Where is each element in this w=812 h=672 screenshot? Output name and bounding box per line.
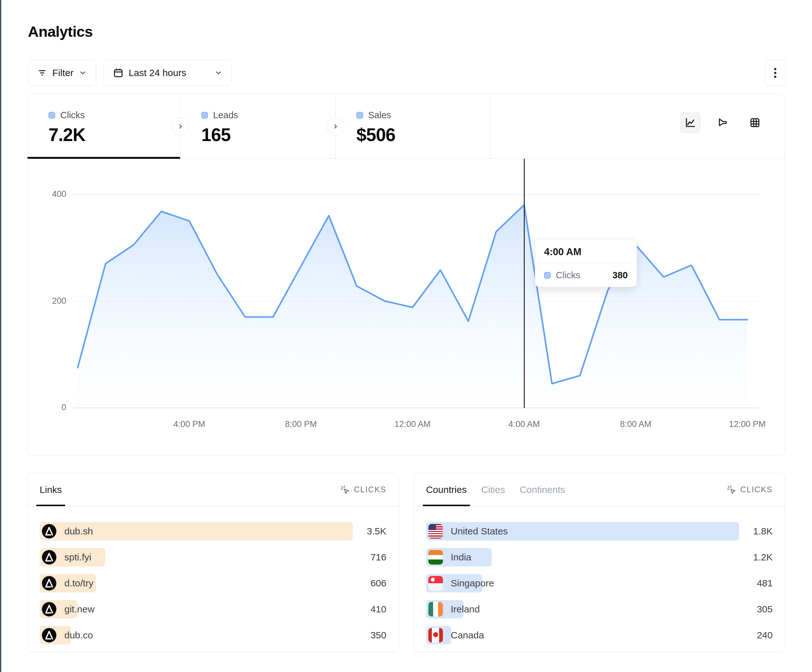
list-item[interactable]: d.to/try 606: [39, 574, 387, 592]
dub-logo-icon: [42, 602, 56, 617]
y-tick-label: 200: [27, 296, 66, 306]
sg-flag-icon: [428, 576, 443, 590]
y-tick-label: 0: [27, 403, 66, 413]
funnel-chart-icon: [716, 116, 729, 129]
calendar-icon: [113, 68, 124, 78]
list-item-label: United States: [451, 526, 508, 537]
countries-metric-label: CLICKS: [740, 485, 773, 494]
links-list: dub.sh 3.5K spti.fyi 716 d.to/try 606 gi…: [27, 506, 399, 645]
x-tick-label: 8:00 PM: [285, 420, 317, 429]
stat-label: Leads: [213, 110, 238, 121]
list-item[interactable]: Canada 240: [426, 626, 773, 645]
list-item[interactable]: Ireland 305: [426, 600, 773, 618]
sales-legend-swatch: [357, 112, 363, 119]
list-item-label: Canada: [451, 630, 484, 641]
list-item[interactable]: India 1.2K: [426, 548, 773, 566]
list-item-label: d.to/try: [64, 578, 94, 588]
dub-logo-icon: [42, 576, 56, 590]
x-tick-label: 4:00 AM: [508, 420, 540, 429]
stat-value: $506: [357, 124, 490, 145]
countries-panel-header: CountriesCitiesContinents CLICKS: [414, 473, 785, 506]
list-item[interactable]: dub.sh 3.5K: [39, 522, 387, 541]
tooltip-time: 4:00 AM: [535, 239, 637, 264]
ca-flag-icon: [428, 628, 443, 643]
links-panel: Links CLICKS dub.sh 3.5K spti.fyi 716 d.…: [27, 473, 399, 652]
cursor-click-icon: [340, 484, 350, 495]
expand-clicks-chevron-button[interactable]: ›: [172, 118, 189, 135]
table-grid-icon: [749, 116, 761, 129]
list-item-value: 1.8K: [744, 526, 773, 537]
x-tick-label: 12:00 PM: [729, 420, 766, 429]
tab-links[interactable]: Links: [39, 473, 62, 506]
tab-cities[interactable]: Cities: [481, 473, 505, 506]
filter-button-label: Filter: [52, 68, 73, 78]
funnel-view-button[interactable]: [713, 113, 733, 133]
page-title: Analytics: [28, 23, 92, 40]
more-menu-button[interactable]: [764, 60, 786, 86]
chevron-down-icon: [78, 69, 87, 77]
tab-sales[interactable]: Sales $506: [336, 94, 491, 159]
area-series: [73, 159, 761, 408]
list-item-label: git.new: [64, 604, 94, 615]
line-chart-view-button[interactable]: [680, 113, 700, 133]
y-tick-label: 400: [27, 189, 66, 199]
analytics-chart-card: Clicks 7.2K Leads 165 Sales $506 › ›: [27, 94, 785, 455]
clicks-timeseries-chart[interactable]: 4002000 4:00 AM Clicks 380: [27, 159, 785, 455]
tooltip-legend-swatch: [544, 272, 551, 279]
in-flag-icon: [428, 550, 443, 565]
stat-label: Clicks: [60, 110, 85, 121]
filter-icon: [37, 68, 47, 78]
clicks-legend-swatch: [48, 112, 55, 119]
chart-crosshair: [524, 159, 525, 408]
list-item-label: Singapore: [451, 578, 494, 588]
toolbar: Filter Last 24 hours: [28, 60, 786, 86]
list-item[interactable]: spti.fyi 716: [39, 548, 387, 566]
countries-metric[interactable]: CLICKS: [727, 473, 773, 506]
filter-button[interactable]: Filter: [28, 60, 96, 86]
tab-leads[interactable]: Leads 165: [181, 94, 336, 159]
tooltip-series-label: Clicks: [556, 270, 580, 281]
stats-row: Clicks 7.2K Leads 165 Sales $506 › ›: [27, 94, 785, 159]
list-item-value: 481: [744, 578, 773, 588]
links-panel-header: Links CLICKS: [27, 473, 399, 506]
chart-view-controls: [680, 113, 765, 133]
dub-logo-icon: [42, 524, 56, 539]
list-item-label: dub.co: [64, 630, 93, 641]
stat-value: 165: [201, 124, 335, 145]
list-item-value: 1.2K: [744, 552, 773, 563]
expand-leads-chevron-button[interactable]: ›: [327, 118, 345, 135]
dub-logo-icon: [42, 524, 56, 539]
tab-countries[interactable]: Countries: [426, 473, 467, 506]
countries-list: United States 1.8K India 1.2K Singapore …: [414, 506, 785, 645]
dub-logo-icon: [42, 576, 56, 590]
cursor-click-icon: [727, 484, 737, 495]
list-item-value: 606: [357, 578, 387, 588]
list-item[interactable]: dub.co 350: [39, 626, 387, 645]
leads-legend-swatch: [201, 112, 208, 119]
tab-continents[interactable]: Continents: [520, 473, 565, 506]
list-item[interactable]: git.new 410: [39, 600, 387, 618]
links-panel-tabs: Links: [39, 473, 62, 506]
date-range-button[interactable]: Last 24 hours: [104, 60, 232, 86]
list-item[interactable]: Singapore 481: [426, 574, 773, 592]
stat-label: Sales: [368, 110, 391, 121]
links-metric-label: CLICKS: [354, 485, 386, 494]
list-item-label: Ireland: [451, 604, 480, 615]
countries-panel: CountriesCitiesContinents CLICKS United …: [414, 473, 785, 652]
list-item[interactable]: United States 1.8K: [426, 522, 773, 541]
list-item-value: 716: [357, 552, 387, 563]
list-item-value: 350: [357, 630, 387, 641]
chevron-down-icon: [214, 69, 223, 77]
window-left-edge: [0, 0, 1, 672]
tooltip-value: 380: [612, 270, 628, 281]
list-item-value: 240: [744, 630, 773, 641]
stat-value: 7.2K: [48, 124, 180, 145]
list-item-label: India: [451, 552, 471, 563]
table-view-button[interactable]: [745, 113, 765, 133]
list-item-value: 3.5K: [357, 526, 387, 537]
ie-flag-icon: [428, 602, 443, 617]
x-tick-label: 12:00 AM: [394, 420, 431, 429]
tab-clicks[interactable]: Clicks 7.2K: [27, 94, 181, 159]
dub-logo-icon: [42, 628, 56, 643]
links-metric[interactable]: CLICKS: [340, 473, 386, 506]
